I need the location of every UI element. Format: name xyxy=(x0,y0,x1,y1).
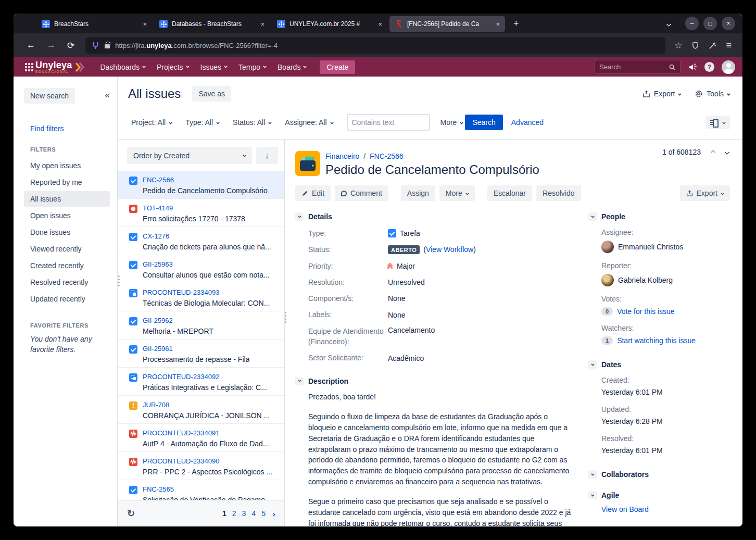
issue-row[interactable]: TOT-4149Erro solicitações 17270 - 17378 xyxy=(118,199,284,227)
collapse-section-icon[interactable] xyxy=(295,377,304,385)
issue-key[interactable]: GII-25961 xyxy=(143,345,173,353)
view-workflow-link[interactable]: View Workflow xyxy=(426,245,473,254)
nav-dashboards[interactable]: Dashboards xyxy=(100,63,145,71)
issue-row[interactable]: FNC-2565Solicitação de Verificação de Pa… xyxy=(118,480,284,500)
browser-tab[interactable]: Databases - BreachStars × xyxy=(154,16,270,32)
agile-section-header[interactable]: Agile xyxy=(588,491,730,499)
nav-tempo[interactable]: Tempo xyxy=(238,63,266,71)
sidebar-item-resolved-recently[interactable]: Resolved recently xyxy=(24,274,110,290)
issue-key[interactable]: GII-25962 xyxy=(143,317,173,324)
nav-issues[interactable]: Issues xyxy=(200,63,227,71)
more-filters[interactable]: More xyxy=(440,118,463,127)
page-link[interactable]: 5 xyxy=(261,509,266,518)
issue-row[interactable]: PROCONTEUD-2334090PRR - PPC 2 - Aspectos… xyxy=(118,452,284,480)
issue-key[interactable]: PROCONTEUD-2334092 xyxy=(143,373,219,381)
tab-close-icon[interactable]: × xyxy=(495,20,501,28)
collapse-section-icon[interactable] xyxy=(588,360,597,369)
status-filter[interactable]: Status: All xyxy=(233,118,271,127)
issue-key[interactable]: PROCONTEUD-2334093 xyxy=(143,288,219,296)
issue-row[interactable]: JUR-708COBRANÇA JURÍDICA - JONILSON ... xyxy=(118,396,284,424)
panel-resize-handle[interactable] xyxy=(285,312,286,313)
megaphone-icon[interactable] xyxy=(688,63,697,71)
new-tab-button[interactable]: + xyxy=(510,18,522,29)
collapse-section-icon[interactable] xyxy=(588,491,597,499)
issue-row[interactable]: PROCONTEUD-2334091AutP 4 - Automação do … xyxy=(118,424,284,452)
description-section-header[interactable]: Description xyxy=(295,377,575,385)
assignee-value[interactable]: Emmanueli Christos xyxy=(601,241,730,253)
page-link[interactable]: 2 xyxy=(232,509,236,518)
assign-button[interactable]: Assign xyxy=(401,185,435,201)
breadcrumb-issue-link[interactable]: FNC-2566 xyxy=(370,152,404,160)
issue-key[interactable]: FNC-2566 xyxy=(143,176,174,184)
unyleya-logo[interactable]: Unyleya EDUCACIONAL xyxy=(35,60,86,74)
layout-switcher-button[interactable] xyxy=(705,116,730,129)
search-button[interactable]: Search xyxy=(465,115,502,130)
app-switcher-icon[interactable] xyxy=(25,63,27,65)
sidebar-item-updated-recently[interactable]: Updated recently xyxy=(24,291,110,307)
page-extension-icon[interactable] xyxy=(92,42,99,49)
address-bar[interactable]: https://jira.unyleya.com.br/browse/FNC-2… xyxy=(85,37,665,54)
page-link[interactable]: 4 xyxy=(251,509,256,518)
list-all-tabs-icon[interactable] xyxy=(667,19,671,28)
breadcrumb-project-link[interactable]: Financeiro xyxy=(325,152,359,160)
collapse-section-icon[interactable] xyxy=(588,212,597,221)
watch-link[interactable]: Start watching this issue xyxy=(617,336,696,345)
resolvido-button[interactable]: Resolvido xyxy=(536,185,581,201)
edit-button[interactable]: Edit xyxy=(295,185,331,201)
save-as-button[interactable]: Save as xyxy=(192,86,231,102)
tab-close-icon[interactable]: × xyxy=(259,20,266,28)
issue-key[interactable]: PROCONTEUD-2334091 xyxy=(143,429,219,437)
window-maximize-button[interactable]: □ xyxy=(703,17,717,30)
page-link[interactable]: 3 xyxy=(242,509,246,518)
collapse-sidebar-icon[interactable]: « xyxy=(105,90,110,101)
export-menu[interactable]: Export xyxy=(642,90,681,98)
collapse-section-icon[interactable] xyxy=(588,470,597,479)
refresh-icon[interactable]: ↻ xyxy=(127,508,135,519)
window-close-button[interactable]: × xyxy=(722,17,735,30)
url-text[interactable]: https://jira.unyleya.com.br/browse/FNC-2… xyxy=(115,42,278,49)
issue-row[interactable]: PROCONTEUD-2334092Práticas Integrativas … xyxy=(118,368,284,396)
issue-row[interactable]: GII-25962Melhoria - MREPORT xyxy=(118,311,284,340)
sidebar-item-done-issues[interactable]: Done issues xyxy=(24,224,110,240)
wand-icon[interactable] xyxy=(704,42,721,49)
menu-icon[interactable]: ≡ xyxy=(721,40,736,51)
vote-link[interactable]: Vote for this issue xyxy=(617,307,675,316)
assignee-filter[interactable]: Assignee: All xyxy=(285,118,333,127)
user-avatar[interactable] xyxy=(722,60,735,74)
sidebar-item-all-issues[interactable]: All issues xyxy=(24,191,110,207)
nav-projects[interactable]: Projects xyxy=(157,63,189,71)
reporter-value[interactable]: Gabriela Kolberg xyxy=(601,274,730,286)
view-on-board-link[interactable]: View on Board xyxy=(601,505,649,513)
lock-icon[interactable] xyxy=(105,44,110,48)
issue-key[interactable]: PROCONTEUD-2334090 xyxy=(143,457,219,465)
project-avatar-wallet-icon[interactable] xyxy=(295,151,320,176)
comment-button[interactable]: Comment xyxy=(335,185,388,201)
create-button[interactable]: Create xyxy=(320,60,355,74)
bookmark-star-icon[interactable]: ☆ xyxy=(670,40,687,51)
type-filter[interactable]: Type: All xyxy=(185,118,219,127)
order-by-dropdown[interactable]: Order by Created xyxy=(127,147,252,164)
previous-issue-icon[interactable] xyxy=(711,149,716,155)
sidebar-item-my-open-issues[interactable]: My open issues xyxy=(24,158,110,173)
back-icon[interactable]: ← xyxy=(21,40,41,51)
more-actions-button[interactable]: More xyxy=(439,185,475,201)
collaborators-section-header[interactable]: Collaborators xyxy=(588,470,730,479)
advanced-search-link[interactable]: Advanced xyxy=(511,118,544,127)
new-search-button[interactable]: New search xyxy=(24,88,75,104)
shield-icon[interactable] xyxy=(687,41,704,49)
browser-tab[interactable]: UNYLEYA.com.br 2025 # × xyxy=(272,16,387,32)
browser-tab[interactable]: BreachStars × xyxy=(36,16,152,32)
issue-key[interactable]: CX-1276 xyxy=(143,232,169,240)
issue-key[interactable]: JUR-708 xyxy=(143,401,169,409)
window-minimize-button[interactable]: – xyxy=(685,17,699,30)
people-section-header[interactable]: People xyxy=(588,212,730,221)
contains-text-input[interactable] xyxy=(347,114,430,131)
dates-section-header[interactable]: Dates xyxy=(588,360,730,369)
reload-icon[interactable]: ⟳ xyxy=(61,40,80,51)
project-filter[interactable]: Project: All xyxy=(131,118,172,127)
issue-key[interactable]: FNC-2565 xyxy=(143,485,174,493)
navbar-search-input[interactable] xyxy=(599,63,669,71)
browser-tab-active[interactable]: [FNC-2566] Pedido de Ca × xyxy=(389,16,505,32)
tools-menu[interactable]: Tools xyxy=(695,90,730,98)
sidebar-item-reported-by-me[interactable]: Reported by me xyxy=(24,174,110,190)
